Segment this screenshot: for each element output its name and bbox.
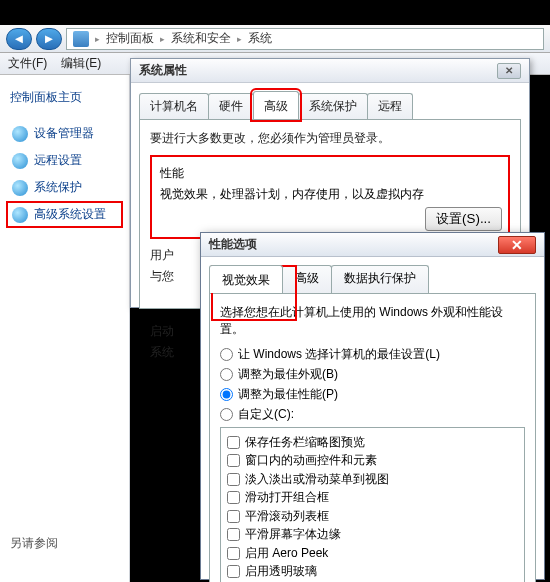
tab-dep[interactable]: 数据执行保护 bbox=[331, 265, 429, 293]
sidebar-title: 控制面板主页 bbox=[10, 89, 119, 106]
radio-option[interactable]: 自定义(C): bbox=[220, 406, 525, 423]
checkbox-input[interactable] bbox=[227, 565, 240, 578]
checkbox-input[interactable] bbox=[227, 528, 240, 541]
breadcrumb-item[interactable]: 系统 bbox=[248, 30, 272, 47]
checkbox-input[interactable] bbox=[227, 436, 240, 449]
titlebar: 性能选项 ✕ bbox=[201, 233, 544, 257]
radio-label: 调整为最佳外观(B) bbox=[238, 366, 338, 383]
checkbox-label: 平滑滚动列表框 bbox=[245, 508, 329, 525]
sidebar-item-label: 设备管理器 bbox=[34, 125, 94, 142]
forward-button[interactable]: ► bbox=[36, 28, 62, 50]
performance-group: 性能 视觉效果，处理器计划，内存使用，以及虚拟内存 设置(S)... bbox=[150, 155, 510, 239]
menu-edit[interactable]: 编辑(E) bbox=[61, 55, 101, 72]
tab-protection[interactable]: 系统保护 bbox=[298, 93, 368, 119]
tabs: 计算机名 硬件 高级 系统保护 远程 bbox=[131, 83, 529, 119]
radio-input[interactable] bbox=[220, 388, 233, 401]
radio-input[interactable] bbox=[220, 348, 233, 361]
effects-list[interactable]: 保存任务栏缩略图预览窗口内的动画控件和元素淡入淡出或滑动菜单到视图滑动打开组合框… bbox=[220, 427, 525, 582]
sidebar-item-device-manager[interactable]: 设备管理器 bbox=[10, 120, 119, 147]
tab-visual-effects[interactable]: 视觉效果 bbox=[209, 265, 283, 293]
tab-advanced[interactable]: 高级 bbox=[282, 265, 332, 293]
effect-checkbox-row[interactable]: 启用 Aero Peek bbox=[227, 545, 518, 562]
effect-checkbox-row[interactable]: 启用透明玻璃 bbox=[227, 563, 518, 580]
description-text: 选择您想在此计算机上使用的 Windows 外观和性能设置。 bbox=[220, 304, 525, 338]
radio-label: 自定义(C): bbox=[238, 406, 294, 423]
effect-checkbox-row[interactable]: 滑动打开组合框 bbox=[227, 489, 518, 506]
tab-advanced[interactable]: 高级 bbox=[253, 91, 299, 119]
shield-icon bbox=[12, 180, 28, 196]
checkbox-label: 滑动打开组合框 bbox=[245, 489, 329, 506]
checkbox-label: 淡入淡出或滑动菜单到视图 bbox=[245, 471, 389, 488]
performance-options-dialog: 性能选项 ✕ 视觉效果 高级 数据执行保护 选择您想在此计算机上使用的 Wind… bbox=[200, 232, 545, 580]
checkbox-input[interactable] bbox=[227, 510, 240, 523]
effect-checkbox-row[interactable]: 淡入淡出或滑动菜单到视图 bbox=[227, 471, 518, 488]
sidebar: 控制面板主页 设备管理器 远程设置 系统保护 高级系统设置 另请参阅 bbox=[0, 75, 130, 582]
back-button[interactable]: ◄ bbox=[6, 28, 32, 50]
menu-file[interactable]: 文件(F) bbox=[8, 55, 47, 72]
checkbox-input[interactable] bbox=[227, 547, 240, 560]
checkbox-input[interactable] bbox=[227, 454, 240, 467]
sidebar-item-label: 高级系统设置 bbox=[34, 206, 106, 223]
chevron-right-icon: ▸ bbox=[237, 34, 242, 44]
effect-checkbox-row[interactable]: 保存任务栏缩略图预览 bbox=[227, 434, 518, 451]
breadcrumb[interactable]: ▸ 控制面板 ▸ 系统和安全 ▸ 系统 bbox=[66, 28, 544, 50]
titlebar: 系统属性 ✕ bbox=[131, 59, 529, 83]
tab-hardware[interactable]: 硬件 bbox=[208, 93, 254, 119]
radio-option[interactable]: 调整为最佳性能(P) bbox=[220, 386, 525, 403]
tab-computer-name[interactable]: 计算机名 bbox=[139, 93, 209, 119]
tab-panel: 选择您想在此计算机上使用的 Windows 外观和性能设置。 让 Windows… bbox=[209, 293, 536, 582]
radio-input[interactable] bbox=[220, 368, 233, 381]
checkbox-label: 启用透明玻璃 bbox=[245, 563, 317, 580]
shield-icon bbox=[12, 153, 28, 169]
instruction-text: 要进行大多数更改，您必须作为管理员登录。 bbox=[150, 130, 510, 147]
radio-label: 调整为最佳性能(P) bbox=[238, 386, 338, 403]
sidebar-item-protection[interactable]: 系统保护 bbox=[10, 174, 119, 201]
breadcrumb-item[interactable]: 系统和安全 bbox=[171, 30, 231, 47]
chevron-right-icon: ▸ bbox=[95, 34, 100, 44]
chevron-right-icon: ▸ bbox=[160, 34, 165, 44]
checkbox-label: 窗口内的动画控件和元素 bbox=[245, 452, 377, 469]
shield-icon bbox=[12, 207, 28, 223]
performance-settings-button[interactable]: 设置(S)... bbox=[425, 207, 502, 231]
tab-remote[interactable]: 远程 bbox=[367, 93, 413, 119]
dialog-title: 性能选项 bbox=[209, 236, 257, 253]
see-also-heading: 另请参阅 bbox=[10, 535, 58, 552]
performance-title: 性能 bbox=[160, 165, 500, 182]
shield-icon bbox=[12, 126, 28, 142]
effect-checkbox-row[interactable]: 平滑屏幕字体边缘 bbox=[227, 526, 518, 543]
sidebar-item-remote[interactable]: 远程设置 bbox=[10, 147, 119, 174]
radio-input[interactable] bbox=[220, 408, 233, 421]
checkbox-label: 启用 Aero Peek bbox=[245, 545, 328, 562]
close-button[interactable]: ✕ bbox=[498, 236, 536, 254]
checkbox-label: 保存任务栏缩略图预览 bbox=[245, 434, 365, 451]
checkbox-input[interactable] bbox=[227, 491, 240, 504]
radio-option[interactable]: 让 Windows 选择计算机的最佳设置(L) bbox=[220, 346, 525, 363]
radio-option[interactable]: 调整为最佳外观(B) bbox=[220, 366, 525, 383]
sidebar-item-label: 远程设置 bbox=[34, 152, 82, 169]
breadcrumb-item[interactable]: 控制面板 bbox=[106, 30, 154, 47]
tabs: 视觉效果 高级 数据执行保护 bbox=[201, 257, 544, 293]
checkbox-input[interactable] bbox=[227, 473, 240, 486]
checkbox-label: 平滑屏幕字体边缘 bbox=[245, 526, 341, 543]
sidebar-item-label: 系统保护 bbox=[34, 179, 82, 196]
dialog-title: 系统属性 bbox=[139, 62, 187, 79]
sidebar-item-advanced[interactable]: 高级系统设置 bbox=[6, 201, 123, 228]
radio-label: 让 Windows 选择计算机的最佳设置(L) bbox=[238, 346, 440, 363]
close-button[interactable]: ✕ bbox=[497, 63, 521, 79]
explorer-address-bar: ◄ ► ▸ 控制面板 ▸ 系统和安全 ▸ 系统 bbox=[0, 25, 550, 53]
effect-checkbox-row[interactable]: 平滑滚动列表框 bbox=[227, 508, 518, 525]
performance-desc: 视觉效果，处理器计划，内存使用，以及虚拟内存 bbox=[160, 186, 500, 203]
effect-checkbox-row[interactable]: 窗口内的动画控件和元素 bbox=[227, 452, 518, 469]
control-panel-icon bbox=[73, 31, 89, 47]
